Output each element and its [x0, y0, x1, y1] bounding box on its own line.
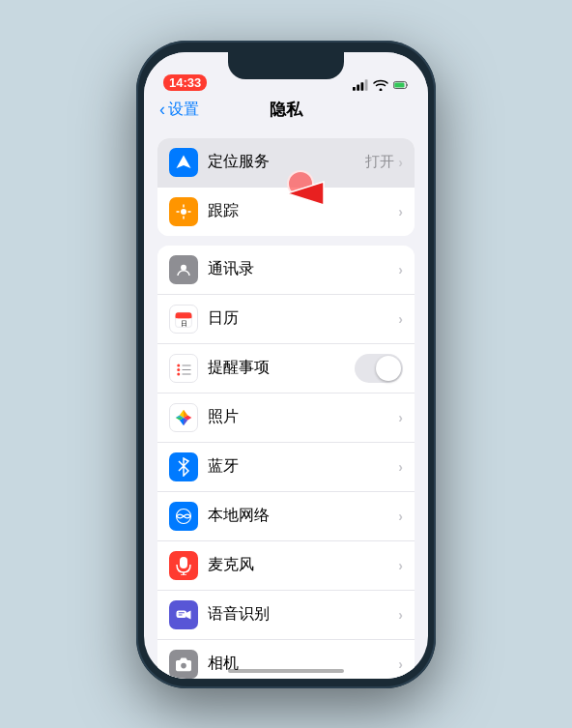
- svg-rect-19: [180, 557, 187, 568]
- calendar-chevron: ›: [398, 311, 403, 327]
- row-camera[interactable]: 相机 ›: [157, 640, 415, 679]
- location-value: 打开: [365, 153, 394, 171]
- photos-chevron: ›: [398, 410, 403, 425]
- location-chevron: ›: [398, 155, 403, 170]
- svg-rect-22: [177, 610, 187, 618]
- photos-label: 照片: [208, 407, 398, 427]
- status-time: 14:33: [163, 74, 207, 91]
- contacts-chevron: ›: [398, 262, 403, 277]
- svg-point-12: [177, 364, 180, 366]
- speech-label: 语音识别: [208, 604, 398, 625]
- row-photos[interactable]: 照片 ›: [157, 393, 415, 443]
- speech-chevron: ›: [398, 607, 403, 623]
- svg-rect-1: [357, 84, 359, 90]
- camera-icon: [174, 656, 193, 672]
- bluetooth-icon-bg: [169, 452, 198, 481]
- svg-rect-5: [394, 82, 404, 87]
- row-contacts[interactable]: 通讯录 ›: [157, 246, 415, 295]
- svg-point-14: [177, 372, 180, 375]
- phone-screen: 14:33: [144, 52, 428, 679]
- svg-rect-3: [365, 79, 368, 90]
- svg-point-13: [177, 368, 180, 371]
- chevron-left-icon: ‹: [159, 100, 165, 120]
- svg-rect-10: [176, 315, 192, 318]
- group-privacy: 通讯录 › 日 日历: [157, 246, 415, 679]
- location-label: 定位服务: [208, 152, 365, 172]
- camera-chevron: ›: [398, 656, 403, 672]
- reminders-toggle[interactable]: [355, 354, 403, 383]
- row-tracking[interactable]: 跟踪 ›: [157, 188, 415, 236]
- photos-icon-bg: [169, 403, 198, 432]
- network-label: 本地网络: [208, 506, 398, 526]
- svg-point-7: [181, 264, 186, 270]
- bluetooth-label: 蓝牙: [208, 456, 398, 477]
- svg-point-25: [181, 662, 186, 668]
- network-icon-bg: [169, 502, 198, 531]
- tracking-chevron: ›: [398, 204, 403, 219]
- screen-content: 定位服务 打开 › 跟踪 ›: [144, 129, 428, 679]
- svg-rect-2: [360, 82, 363, 90]
- group-location: 定位服务 打开 › 跟踪 ›: [157, 138, 415, 236]
- back-label: 设置: [168, 100, 199, 120]
- notch: [228, 52, 344, 79]
- tracking-icon-bg: [169, 197, 198, 226]
- contacts-icon-bg: [169, 255, 198, 284]
- row-microphone[interactable]: 麦克风 ›: [157, 541, 415, 591]
- tracking-label: 跟踪: [208, 201, 398, 221]
- microphone-chevron: ›: [398, 558, 403, 573]
- contacts-label: 通讯录: [208, 259, 398, 279]
- signal-icon: [353, 79, 368, 91]
- row-calendar[interactable]: 日 日历 ›: [157, 295, 415, 344]
- all-content: 定位服务 打开 › 跟踪 ›: [144, 138, 428, 679]
- row-local-network[interactable]: 本地网络 ›: [157, 492, 415, 541]
- nav-bar: ‹ 设置 隐私: [144, 95, 428, 129]
- contacts-icon: [175, 261, 192, 278]
- reminders-label: 提醒事项: [208, 358, 355, 378]
- row-speech[interactable]: 语音识别 ›: [157, 591, 415, 640]
- network-icon: [175, 508, 192, 525]
- reminders-icon: [175, 360, 192, 377]
- bluetooth-icon: [177, 457, 190, 477]
- tracking-icon: [175, 203, 192, 220]
- bluetooth-chevron: ›: [398, 459, 403, 475]
- location-arrow-icon: [175, 154, 192, 171]
- home-indicator: [228, 669, 344, 673]
- microphone-icon-bg: [169, 551, 198, 580]
- status-icons: [353, 79, 409, 91]
- camera-icon-bg: [169, 650, 198, 679]
- speech-icon-bg: [169, 600, 198, 629]
- wifi-icon: [373, 79, 388, 91]
- calendar-icon-bg: 日: [169, 305, 198, 334]
- back-button[interactable]: ‹ 设置: [159, 100, 199, 120]
- speech-icon: [175, 606, 192, 624]
- calendar-icon: 日: [174, 309, 193, 329]
- battery-icon: [393, 79, 409, 91]
- row-location[interactable]: 定位服务 打开 ›: [157, 138, 415, 188]
- microphone-label: 麦克风: [208, 555, 398, 575]
- svg-point-6: [181, 209, 186, 215]
- calendar-label: 日历: [208, 308, 398, 329]
- photos-icon: [174, 408, 193, 427]
- microphone-icon: [176, 556, 191, 575]
- network-chevron: ›: [398, 509, 403, 524]
- location-icon-bg: [169, 148, 198, 177]
- page-title: 隐私: [270, 99, 302, 121]
- svg-text:日: 日: [181, 319, 187, 326]
- row-bluetooth[interactable]: 蓝牙 ›: [157, 443, 415, 492]
- row-reminders[interactable]: 提醒事项: [157, 344, 415, 393]
- svg-rect-0: [353, 86, 356, 90]
- reminders-icon-bg: [169, 354, 198, 383]
- phone-frame: 14:33: [136, 41, 436, 688]
